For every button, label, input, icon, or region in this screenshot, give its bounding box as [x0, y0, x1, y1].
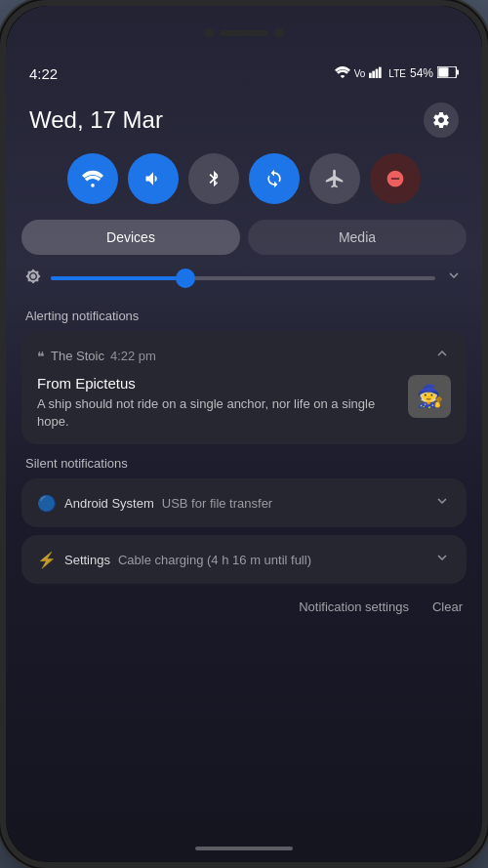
- battery-icon: [437, 64, 459, 82]
- phone-frame: 4:22 Vo: [0, 0, 488, 868]
- settings-notification[interactable]: ⚡ Settings Cable charging (4 h 16 m unti…: [21, 535, 467, 584]
- dnd-icon: [386, 169, 405, 188]
- quick-toggles: [21, 153, 467, 220]
- airplane-toggle[interactable]: [309, 153, 360, 204]
- svg-rect-5: [438, 67, 448, 76]
- camera-dot-2: [274, 28, 284, 38]
- svg-rect-3: [379, 66, 382, 77]
- svg-rect-0: [369, 72, 372, 77]
- camera-area: [204, 28, 284, 38]
- lte-text: LTE: [388, 68, 406, 79]
- stoic-notification-card[interactable]: ❝ The Stoic 4:22 pm From Epictetus A shi…: [21, 331, 467, 444]
- notif-avatar: 🧙: [408, 375, 451, 418]
- tabs-row: Devices Media: [21, 220, 467, 255]
- notif-body: From Epictetus A ship should not ride on…: [37, 375, 451, 431]
- phone-screen: 4:22 Vo: [6, 6, 482, 862]
- bluetooth-toggle[interactable]: [188, 153, 239, 204]
- date-display: Wed, 17 Mar: [29, 106, 163, 134]
- brightness-low-icon: [25, 269, 41, 288]
- quote-icon: ❝: [37, 349, 45, 364]
- settings-notif-left: ⚡ Settings Cable charging (4 h 16 m unti…: [37, 551, 311, 569]
- bottom-actions: Notification settings Clear: [21, 592, 467, 614]
- bluetooth-icon: [205, 168, 223, 189]
- brightness-slider[interactable]: [51, 276, 435, 280]
- dnd-toggle[interactable]: [370, 153, 421, 204]
- slider-thumb[interactable]: [176, 269, 195, 288]
- notification-panel: Wed, 17 Mar: [6, 87, 482, 630]
- notif-text: A ship should not ride on a single ancho…: [37, 395, 396, 431]
- android-system-notification[interactable]: 🔵 Android System USB for file transfer: [21, 478, 467, 527]
- settings-expand-icon[interactable]: [433, 549, 451, 570]
- brightness-expand-icon[interactable]: [445, 267, 463, 289]
- brightness-row: [21, 267, 467, 289]
- top-bar: [6, 6, 482, 60]
- notification-settings-link[interactable]: Notification settings: [299, 599, 409, 614]
- notif-collapse-icon[interactable]: [433, 345, 451, 367]
- lte-icon: [369, 66, 385, 81]
- devices-tab-label: Devices: [106, 229, 155, 245]
- slider-fill: [51, 276, 185, 280]
- volume-toggle[interactable]: [128, 153, 179, 204]
- notif-app-name: The Stoic: [51, 349, 104, 363]
- status-icons: Vo LTE 54%: [335, 64, 459, 82]
- devices-tab[interactable]: Devices: [21, 220, 240, 255]
- wifi-status-icon: [335, 66, 350, 81]
- data-sync-toggle[interactable]: [249, 153, 300, 204]
- notif-header: ❝ The Stoic 4:22 pm: [37, 345, 451, 367]
- clock: 4:22: [29, 65, 58, 82]
- notif-time: 4:22 pm: [110, 349, 156, 363]
- svg-point-7: [91, 184, 95, 187]
- silent-app-name: Android System: [64, 496, 154, 511]
- speaker-grille: [220, 30, 268, 36]
- battery-percentage: 54%: [410, 66, 433, 80]
- gear-icon: [431, 110, 451, 130]
- date-row: Wed, 17 Mar: [21, 95, 467, 153]
- android-icon: 🔵: [37, 494, 57, 513]
- svg-rect-1: [373, 70, 376, 77]
- media-tab[interactable]: Media: [248, 220, 467, 255]
- silent-expand-icon[interactable]: [433, 492, 451, 514]
- silent-app-desc: USB for file transfer: [162, 496, 272, 511]
- wifi-icon: [82, 170, 103, 187]
- camera-dot: [204, 28, 214, 38]
- media-tab-label: Media: [339, 229, 376, 245]
- settings-app-desc: Cable charging (4 h 16 m until full): [118, 553, 311, 567]
- status-bar: 4:22 Vo: [6, 60, 482, 87]
- airplane-icon: [324, 168, 346, 189]
- silent-notif-left: 🔵 Android System USB for file transfer: [37, 494, 272, 513]
- notif-content: From Epictetus A ship should not ride on…: [37, 375, 396, 431]
- silent-section-label: Silent notifications: [21, 452, 467, 478]
- notif-title: From Epictetus: [37, 375, 396, 392]
- svg-rect-6: [456, 69, 459, 74]
- charging-icon: ⚡: [37, 551, 57, 569]
- notif-app-row: ❝ The Stoic 4:22 pm: [37, 349, 156, 364]
- slider-track: [51, 276, 435, 280]
- settings-app-name: Settings: [64, 553, 110, 567]
- volume-icon: [142, 169, 164, 188]
- sync-icon: [264, 169, 284, 188]
- svg-rect-2: [376, 68, 379, 77]
- alerting-section-label: Alerting notifications: [21, 305, 467, 331]
- settings-button[interactable]: [424, 103, 459, 138]
- signal-text: Vo: [354, 68, 366, 79]
- wifi-toggle[interactable]: [67, 153, 118, 204]
- home-indicator: [195, 847, 293, 850]
- clear-button[interactable]: Clear: [432, 599, 463, 614]
